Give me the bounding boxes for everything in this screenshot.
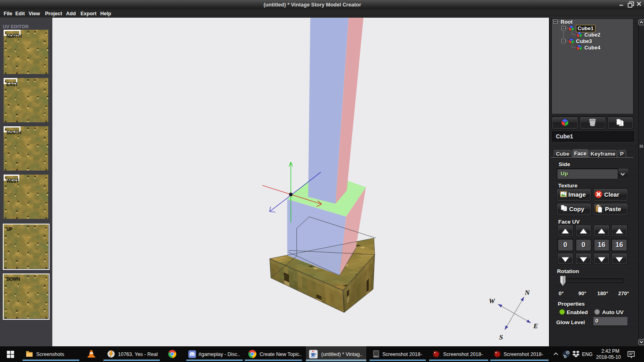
svg-text:N: N — [524, 289, 530, 296]
svg-text:E: E — [533, 322, 538, 330]
svg-text:S: S — [499, 333, 503, 341]
svg-text:W: W — [489, 297, 495, 305]
